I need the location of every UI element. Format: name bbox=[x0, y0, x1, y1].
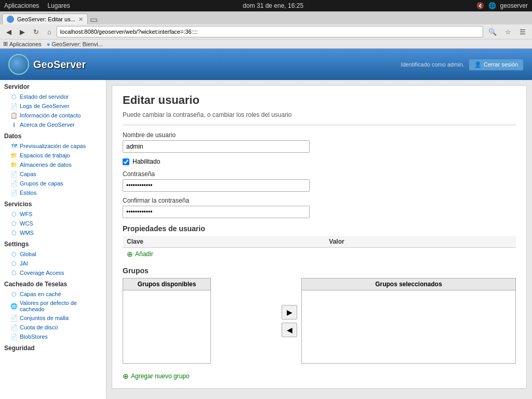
content-scroll: Editar usuario Puede cambiar la contrase… bbox=[107, 80, 532, 399]
password-label: Contraseña bbox=[123, 170, 516, 178]
sidebar-item-server-status[interactable]: ⬡ Estado del servidor bbox=[0, 92, 106, 101]
sidebar-item-contact[interactable]: 📋 Información de contacto bbox=[0, 111, 106, 120]
bookmark-geoserver[interactable]: ● GeoServer: Bienvi... bbox=[47, 41, 103, 47]
sidebar-item-workspaces[interactable]: 📁 Espacios de trabajo bbox=[0, 151, 106, 160]
logout-icon: 👤 bbox=[474, 61, 482, 68]
confirm-password-label: Confirmar la contraseña bbox=[123, 197, 516, 204]
sidebar-item-preview[interactable]: 🗺 Previsualización de capas bbox=[0, 141, 106, 151]
address-bar[interactable] bbox=[57, 26, 483, 37]
available-groups-list[interactable] bbox=[123, 290, 210, 363]
search-button[interactable]: 🔍 bbox=[485, 26, 500, 37]
home-button[interactable]: ⌂ bbox=[44, 26, 55, 37]
groups-layout: Grupos disponibles ▶ ◀ bbox=[123, 278, 516, 364]
logs-icon: 📄 bbox=[10, 102, 18, 110]
sidebar-item-jai[interactable]: ⬡ JAI bbox=[0, 259, 106, 268]
forward-button[interactable]: ▶ bbox=[17, 26, 28, 37]
preview-icon: 🗺 bbox=[10, 142, 18, 150]
sidebar-item-styles[interactable]: 📄 Estilos bbox=[0, 188, 106, 197]
logout-button[interactable]: 👤 Cerrar sesión bbox=[469, 59, 524, 71]
about-icon: ℹ bbox=[10, 121, 18, 128]
table-row: ⊕ Añadir bbox=[123, 248, 516, 261]
taskbar-top-left: Aplicaciones Lugares bbox=[4, 2, 70, 9]
browser-chrome: GeoServer: Editar us... ✕ ▭ ◀ ▶ ↻ ⌂ 🔍 ☆ … bbox=[0, 11, 532, 49]
groups-title: Grupos bbox=[123, 267, 516, 275]
add-group-row: ⊕ Agregar nuevo grupo bbox=[123, 368, 516, 380]
confirm-password-group: Confirmar la contraseña bbox=[123, 197, 516, 218]
sidebar-item-datastores[interactable]: 📁 Almacenes de datos bbox=[0, 160, 106, 169]
enabled-label: Habilitado bbox=[132, 158, 160, 165]
enabled-checkbox[interactable] bbox=[123, 158, 129, 165]
sidebar-section-settings: Settings bbox=[0, 237, 106, 249]
nav-bar: ◀ ▶ ↻ ⌂ 🔍 ☆ ☰ bbox=[0, 24, 532, 39]
groups-section: Grupos Grupos disponibles ▶ bbox=[123, 267, 516, 380]
workspaces-icon: 📁 bbox=[10, 152, 18, 159]
geoserver-icon: ● bbox=[47, 41, 50, 47]
styles-icon: 📄 bbox=[10, 189, 18, 196]
sidebar-item-wms[interactable]: ⬡ WMS bbox=[0, 228, 106, 237]
layer-groups-icon: 📄 bbox=[10, 180, 18, 187]
sidebar-item-disk-quota[interactable]: 📄 Cuota de disco bbox=[0, 323, 106, 332]
network-icon[interactable]: 🌐 bbox=[488, 2, 496, 9]
sidebar-item-cache-defaults[interactable]: 🌐 Valores por defecto de cacheado bbox=[0, 299, 106, 313]
datetime-display: dom 31 de ene, 16:25 bbox=[243, 2, 303, 9]
sidebar-item-coverage-access[interactable]: ⬡ Coverage Access bbox=[0, 268, 106, 277]
move-left-button[interactable]: ◀ bbox=[282, 323, 297, 337]
blobstores-icon: 📄 bbox=[10, 333, 18, 340]
tab-favicon bbox=[7, 16, 14, 23]
selected-groups-list[interactable] bbox=[302, 290, 515, 363]
main-layout: Servidor ⬡ Estado del servidor 📄 Logs de… bbox=[0, 80, 532, 399]
wfs-icon: ⬡ bbox=[10, 210, 18, 218]
header-right: Identificado como admin. 👤 Cerrar sesión bbox=[401, 59, 524, 71]
sidebar-item-layer-groups[interactable]: 📄 Grupos de capas bbox=[0, 179, 106, 188]
username-input[interactable] bbox=[123, 140, 310, 153]
add-group-link[interactable]: ⊕ Agregar nuevo grupo bbox=[123, 372, 190, 380]
taskbar-top: Aplicaciones Lugares dom 31 de ene, 16:2… bbox=[0, 0, 532, 11]
confirm-password-input[interactable] bbox=[123, 206, 310, 218]
tab-bar: GeoServer: Editar us... ✕ ▭ bbox=[0, 11, 532, 24]
sidebar-item-about[interactable]: ℹ Acerca de GeoServer bbox=[0, 120, 106, 129]
back-button[interactable]: ◀ bbox=[3, 26, 15, 37]
wcs-icon: ⬡ bbox=[10, 220, 18, 227]
menu-button[interactable]: ☰ bbox=[516, 26, 529, 37]
logo-text: GeoServer bbox=[33, 59, 86, 71]
move-right-button[interactable]: ▶ bbox=[282, 305, 297, 320]
bookmark-apps[interactable]: ⊞ Aplicaciones bbox=[3, 41, 42, 47]
volume-icon[interactable]: 🔇 bbox=[476, 2, 484, 9]
app-header: GeoServer Identificado como admin. 👤 Cer… bbox=[0, 49, 532, 80]
sidebar-section-data: Datos bbox=[0, 129, 106, 141]
logo-icon bbox=[8, 54, 29, 75]
cache-layers-icon: ⬡ bbox=[10, 290, 18, 298]
bookmark-button[interactable]: ☆ bbox=[502, 26, 514, 37]
sidebar-item-gridsets[interactable]: 📄 Conjuntos de malla bbox=[0, 313, 106, 323]
taskbar-top-right: 🔇 🌐 geoserver bbox=[476, 2, 528, 9]
sidebar-item-global[interactable]: ⬡ Global bbox=[0, 249, 106, 259]
tab-close-button[interactable]: ✕ bbox=[78, 16, 83, 23]
sidebar-item-blobstores[interactable]: 📄 BlobStores bbox=[0, 332, 106, 341]
contact-icon: 📋 bbox=[10, 112, 18, 119]
apps-icon: ⊞ bbox=[3, 41, 8, 47]
content-area: Editar usuario Puede cambiar la contrase… bbox=[107, 80, 532, 399]
browser-tab[interactable]: GeoServer: Editar us... ✕ bbox=[2, 14, 88, 24]
page-subtitle: Puede cambiar la contraseña, o cambiar l… bbox=[123, 111, 516, 118]
bookmarks-bar: ⊞ Aplicaciones ● GeoServer: Bienvi... bbox=[0, 39, 532, 48]
sidebar-item-wfs[interactable]: ⬡ WFS bbox=[0, 209, 106, 219]
disk-quota-icon: 📄 bbox=[10, 324, 18, 331]
sidebar-item-layers[interactable]: 📄 Capas bbox=[0, 169, 106, 179]
sidebar-item-cache-layers[interactable]: ⬡ Capas en caché bbox=[0, 289, 106, 299]
username-group: Nombre de usuario bbox=[123, 131, 516, 153]
sidebar-section-server: Servidor bbox=[0, 80, 106, 92]
arrow-right-icon: ▶ bbox=[287, 308, 292, 316]
places-menu[interactable]: Lugares bbox=[47, 2, 70, 9]
refresh-button[interactable]: ↻ bbox=[30, 26, 42, 37]
password-input[interactable] bbox=[123, 179, 310, 192]
datastores-icon: 📁 bbox=[10, 161, 18, 168]
new-tab-button[interactable]: ▭ bbox=[90, 15, 98, 24]
sidebar-item-wcs[interactable]: ⬡ WCS bbox=[0, 219, 106, 228]
apps-menu[interactable]: Aplicaciones bbox=[4, 2, 39, 9]
col-key: Clave bbox=[123, 236, 325, 248]
sidebar-section-cache: Cacheado de Teselas bbox=[0, 277, 106, 289]
col-value: Valor bbox=[325, 236, 516, 248]
add-property-link[interactable]: ⊕ Añadir bbox=[127, 250, 153, 258]
sidebar-item-logs[interactable]: 📄 Logs de GeoServer bbox=[0, 101, 106, 111]
password-group: Contraseña bbox=[123, 170, 516, 192]
